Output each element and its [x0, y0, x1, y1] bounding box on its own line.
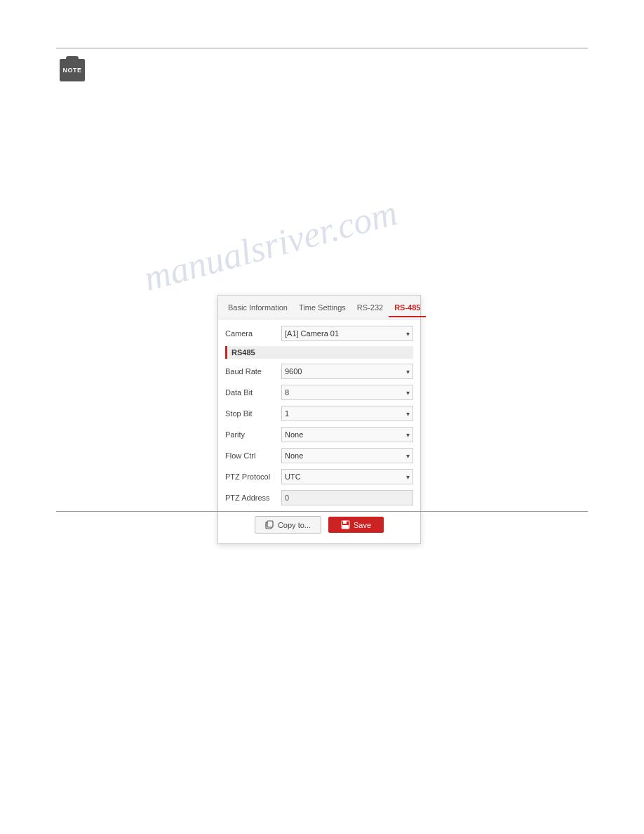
data-bit-label: Data Bit: [225, 388, 281, 397]
tab-rs232[interactable]: RS-232: [351, 299, 389, 317]
camera-row: Camera [A1] Camera 01: [225, 325, 413, 342]
baud-rate-select[interactable]: 1200 2400 4800 9600 19200 38400 57600 11…: [281, 364, 413, 379]
ptz-protocol-select[interactable]: UTC PELCO-D PELCO-P Samsung Panasonic AD…: [281, 469, 413, 484]
svg-rect-1: [267, 521, 273, 527]
stop-bit-label: Stop Bit: [225, 409, 281, 418]
flow-ctrl-row: Flow Ctrl None Hardware Software: [225, 447, 413, 464]
parity-select-wrapper: None Odd Even Mark Space: [281, 427, 413, 442]
bottom-divider: [56, 511, 588, 512]
buttons-row: Copy to... Save: [225, 513, 413, 536]
data-bit-row: Data Bit 5 6 7 8: [225, 384, 413, 401]
camera-select-wrapper: [A1] Camera 01: [281, 326, 413, 341]
page-container: NOTE manualsriver.com Basic Information …: [0, 0, 644, 834]
tab-time-settings[interactable]: Time Settings: [293, 299, 351, 317]
copy-to-label: Copy to...: [278, 521, 311, 529]
ptz-address-row: PTZ Address: [225, 489, 413, 506]
copy-icon: [265, 520, 274, 529]
data-bit-select[interactable]: 5 6 7 8: [281, 385, 413, 400]
panel-content: Camera [A1] Camera 01 RS485 Baud Rate 12…: [218, 319, 420, 543]
data-bit-select-wrapper: 5 6 7 8: [281, 385, 413, 400]
camera-label: Camera: [225, 329, 281, 338]
note-icon-area: NOTE: [60, 59, 85, 81]
copy-to-button[interactable]: Copy to...: [255, 516, 321, 534]
watermark: manualsriver.com: [140, 192, 402, 299]
flow-ctrl-select-wrapper: None Hardware Software: [281, 448, 413, 463]
ptz-address-input[interactable]: [281, 490, 413, 505]
svg-rect-4: [342, 525, 349, 529]
note-icon: NOTE: [60, 59, 85, 81]
baud-rate-select-wrapper: 1200 2400 4800 9600 19200 38400 57600 11…: [281, 364, 413, 379]
ptz-protocol-select-wrapper: UTC PELCO-D PELCO-P Samsung Panasonic AD…: [281, 469, 413, 484]
flow-ctrl-label: Flow Ctrl: [225, 451, 281, 460]
rs485-section-header: RS485: [225, 346, 413, 359]
parity-label: Parity: [225, 430, 281, 439]
ptz-address-label: PTZ Address: [225, 494, 281, 502]
parity-select[interactable]: None Odd Even Mark Space: [281, 427, 413, 442]
save-label: Save: [354, 521, 371, 529]
baud-rate-label: Baud Rate: [225, 367, 281, 376]
baud-rate-row: Baud Rate 1200 2400 4800 9600 19200 3840…: [225, 363, 413, 380]
save-button[interactable]: Save: [328, 517, 384, 533]
tab-rs485[interactable]: RS-485: [389, 299, 426, 317]
note-label: NOTE: [62, 67, 81, 74]
svg-rect-3: [343, 521, 347, 524]
tab-basic-information[interactable]: Basic Information: [222, 299, 293, 317]
ptz-protocol-label: PTZ Protocol: [225, 472, 281, 481]
tabs-row: Basic Information Time Settings RS-232 R…: [218, 296, 420, 319]
top-divider: [56, 48, 588, 48]
camera-select[interactable]: [A1] Camera 01: [281, 326, 413, 341]
ptz-protocol-row: PTZ Protocol UTC PELCO-D PELCO-P Samsung…: [225, 468, 413, 485]
save-icon: [341, 520, 350, 529]
stop-bit-row: Stop Bit 1 2: [225, 405, 413, 422]
settings-panel: Basic Information Time Settings RS-232 R…: [217, 295, 421, 544]
stop-bit-select[interactable]: 1 2: [281, 406, 413, 421]
stop-bit-select-wrapper: 1 2: [281, 406, 413, 421]
flow-ctrl-select[interactable]: None Hardware Software: [281, 448, 413, 463]
parity-row: Parity None Odd Even Mark Space: [225, 426, 413, 443]
